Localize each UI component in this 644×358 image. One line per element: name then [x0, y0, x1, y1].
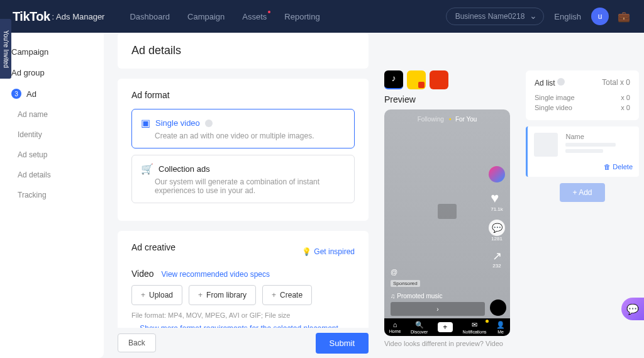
back-button[interactable]: Back [118, 333, 156, 352]
top-navigation: TikTok : Ads Manager Dashboard Campaign … [0, 0, 644, 33]
ad-item-name: Name [565, 133, 616, 140]
like-count: 71.1k [491, 206, 503, 212]
submit-button[interactable]: Submit [316, 333, 369, 354]
from-library-button[interactable]: From library [189, 285, 256, 305]
format-single-video-title: Single video [155, 118, 200, 128]
phone-nav-discover: 🔍Discover [411, 321, 428, 334]
phone-nav-plus: + [438, 322, 453, 332]
skeleton-line [565, 149, 603, 153]
preview-cta-button: › [391, 302, 485, 316]
comment-count: 1281 [489, 236, 505, 242]
video-placeholder-icon [438, 204, 457, 219]
share-count: 232 [492, 263, 502, 269]
ad-thumbnail [534, 133, 558, 157]
ad-list-single-video-label: Single video [535, 104, 572, 111]
comment-icon: 💬 [489, 220, 505, 236]
nav-campaign[interactable]: Campaign [187, 12, 225, 21]
sidebar-tracking[interactable]: Tracking [0, 185, 104, 205]
bottom-bar: Back Submit [118, 328, 369, 358]
ad-list-total: Total x 0 [602, 78, 630, 87]
sidebar-campaign[interactable]: Campaign [0, 42, 104, 62]
ad-creative-heading: Ad creative [131, 242, 175, 252]
music-disc-icon [490, 299, 506, 316]
preview-following-tab[interactable]: Following [418, 116, 444, 123]
page-title: Ad details [131, 44, 355, 57]
upload-button[interactable]: Upload [131, 285, 182, 305]
format-collection-desc: Our system will generate a combination o… [155, 177, 345, 195]
nav-menu: Dashboard Campaign Assets Reporting [130, 12, 319, 21]
video-label: Video View recommended video specs [131, 269, 355, 279]
sidebar-ad-name[interactable]: Ad name [0, 104, 104, 125]
sidebar-identity[interactable]: Identity [0, 125, 104, 145]
sidebar-ad[interactable]: 3 Ad [0, 83, 104, 104]
preview-app-tabs: ♪ [383, 70, 518, 89]
preview-avatar-icon [489, 166, 505, 182]
ad-list-single-image-label: Single image [535, 94, 575, 101]
format-collection[interactable]: 🛒 Collection ads Our system will generat… [131, 155, 355, 203]
skeleton-line [565, 143, 616, 147]
cart-icon: 🛒 [141, 163, 153, 175]
business-selector[interactable]: Business Name0218 [446, 8, 545, 25]
create-button[interactable]: Create [262, 285, 312, 305]
preview-music: Promoted music [391, 293, 443, 299]
nav-dashboard[interactable]: Dashboard [130, 12, 170, 21]
sidebar-ad-details[interactable]: Ad details [0, 165, 104, 185]
format-single-video[interactable]: ▣ Single video Create an ad with one vid… [131, 109, 355, 148]
preview-title: Preview [384, 94, 518, 104]
step-number: 3 [11, 89, 21, 99]
phone-nav-notifications: ✉Notifications [462, 321, 486, 334]
video-specs-link[interactable]: View recommended video specs [161, 270, 270, 279]
file-format-info: File format: MP4, MOV, MPEG, AVI or GIF;… [131, 311, 355, 319]
info-icon[interactable] [205, 120, 213, 127]
ad-item-card[interactable]: Name Delete [526, 126, 639, 177]
logo-suffix: : Ads Manager [52, 12, 105, 21]
ad-list-single-image-count: x 0 [621, 94, 630, 101]
ad-list-title: Ad list [535, 79, 555, 87]
invite-tab[interactable]: You're Invited [0, 19, 11, 79]
ad-list-summary: Ad list Total x 0 Single imagex 0 Single… [526, 70, 639, 120]
ad-format-card: Ad format ▣ Single video Create an ad wi… [118, 79, 369, 221]
phone-nav-me: 👤Me [496, 321, 505, 334]
phone-bottom-nav: ⌂Home 🔍Discover + ✉Notifications 👤Me [384, 318, 510, 336]
add-ad-button[interactable]: + Add [560, 183, 604, 202]
preview-note: Video looks different in preview? Video [384, 340, 518, 347]
ad-creative-card: Ad creative Get inspired Video View reco… [118, 231, 369, 328]
nav-reporting[interactable]: Reporting [284, 12, 319, 21]
sidebar-ad-setup[interactable]: Ad setup [0, 145, 104, 165]
preview-app-2[interactable] [407, 70, 426, 89]
sidebar-adgroup[interactable]: Ad group [0, 62, 104, 83]
info-icon[interactable] [557, 78, 565, 86]
language-selector[interactable]: English [554, 12, 581, 21]
user-avatar[interactable]: u [591, 8, 609, 25]
format-single-video-desc: Create an ad with one video or multiple … [155, 131, 345, 140]
sponsored-badge: Sponsored [391, 280, 420, 287]
preview-handle: @ [391, 268, 397, 276]
logo: TikTok [13, 9, 50, 24]
get-inspired-link[interactable]: Get inspired [302, 247, 355, 256]
nav-assets[interactable]: Assets [242, 12, 267, 21]
sidebar: Campaign Ad group 3 Ad Ad name Identity … [0, 33, 104, 358]
format-collection-title: Collection ads [158, 164, 210, 174]
heart-icon: ♥ [491, 190, 503, 206]
phone-preview: Following For You ♥ 71.1k 💬 1281 ↗ [384, 109, 510, 336]
preview-foryou-tab[interactable]: For You [455, 116, 477, 123]
preview-app-3[interactable] [430, 70, 448, 89]
ad-format-heading: Ad format [131, 90, 355, 100]
share-icon: ↗ [492, 249, 502, 263]
preview-app-tiktok[interactable]: ♪ [384, 70, 403, 89]
ad-list-single-video-count: x 0 [621, 104, 630, 111]
video-icon: ▣ [141, 117, 150, 129]
chat-support-icon[interactable]: 💬 [621, 298, 644, 320]
ad-details-header-card: Ad details [118, 33, 369, 69]
phone-nav-home: ⌂Home [389, 321, 401, 333]
briefcase-icon[interactable]: 💼 [616, 9, 631, 24]
delete-ad-button[interactable]: Delete [534, 163, 633, 171]
